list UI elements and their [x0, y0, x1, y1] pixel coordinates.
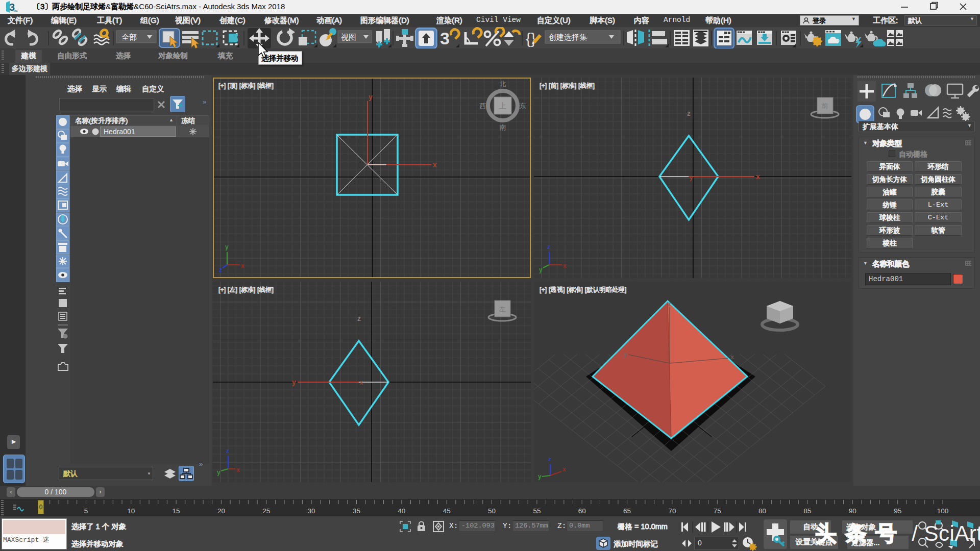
svg-text:y: y — [217, 469, 220, 476]
svg-text:100: 100 — [937, 507, 949, 515]
svg-text:20: 20 — [217, 507, 225, 515]
svg-text:y: y — [292, 378, 296, 386]
svg-text:35: 35 — [353, 507, 360, 515]
svg-text:x: x — [562, 466, 566, 473]
svg-text:60: 60 — [578, 507, 586, 515]
svg-text:左: 左 — [499, 305, 506, 313]
svg-text:z: z — [547, 243, 550, 251]
svg-text:{}: {} — [526, 30, 536, 47]
svg-text:90: 90 — [849, 507, 856, 515]
svg-text:85: 85 — [803, 507, 811, 515]
svg-text:x: x — [563, 262, 567, 269]
svg-text:z: z — [548, 456, 551, 463]
svg-text:40: 40 — [398, 507, 405, 515]
svg-text:50: 50 — [488, 507, 496, 515]
svg-text:95: 95 — [894, 507, 901, 515]
svg-text:30: 30 — [308, 507, 315, 515]
svg-text:x: x — [756, 172, 760, 181]
svg-text:25: 25 — [262, 507, 270, 515]
svg-text:y: y — [690, 173, 693, 181]
svg-text:80: 80 — [758, 507, 766, 515]
svg-text:MAX: MAX — [14, 10, 18, 13]
svg-text:视图: 视图 — [341, 33, 356, 41]
svg-text:z: z — [668, 300, 671, 308]
svg-text:创建选择集: 创建选择集 — [549, 33, 587, 41]
svg-text:5: 5 — [84, 507, 88, 515]
svg-text:y: y — [539, 266, 543, 273]
svg-text:65: 65 — [623, 507, 631, 515]
svg-text:x: x — [730, 353, 734, 361]
svg-text:z: z — [226, 447, 229, 455]
svg-text:全部: 全部 — [121, 33, 137, 41]
svg-text:15: 15 — [173, 507, 180, 515]
svg-text:z: z — [357, 314, 361, 322]
svg-text:前: 前 — [822, 102, 828, 110]
svg-text:10: 10 — [127, 507, 135, 515]
svg-text:45: 45 — [443, 507, 451, 515]
svg-text:55: 55 — [533, 507, 541, 515]
svg-text:x: x — [360, 379, 363, 386]
svg-text:75: 75 — [714, 507, 721, 515]
svg-text:z: z — [687, 109, 691, 117]
svg-text:x: x — [236, 466, 240, 473]
svg-text:70: 70 — [668, 507, 676, 515]
svg-text:y: y — [538, 473, 542, 480]
svg-text:3: 3 — [440, 29, 450, 48]
svg-text:y: y — [624, 350, 628, 358]
